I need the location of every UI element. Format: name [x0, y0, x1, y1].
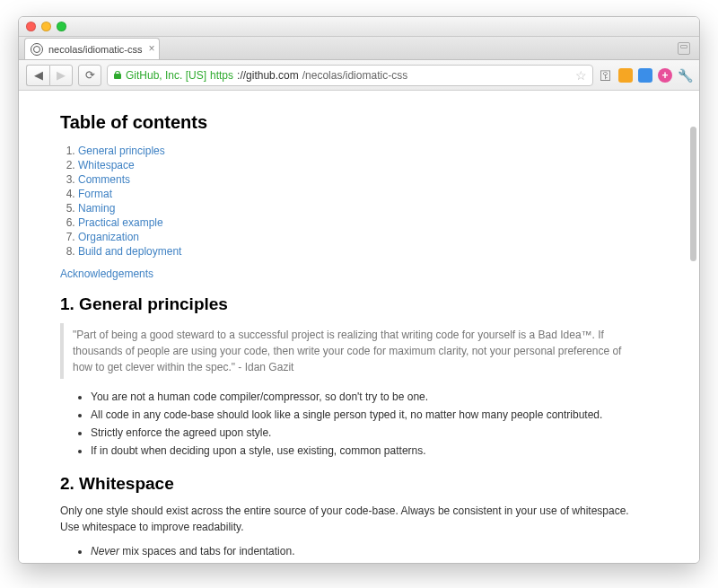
url-host: ://github.com	[237, 69, 299, 82]
url-path: /necolas/idiomatic-css	[302, 69, 407, 82]
toc-link-practical-example[interactable]: Practical example	[78, 216, 163, 229]
toc-item: Naming	[78, 201, 651, 215]
url-bar[interactable]: GitHub, Inc. [US] https://github.com/nec…	[107, 65, 593, 86]
zoom-window-button[interactable]	[57, 22, 66, 31]
toc-item: Build and deployment	[78, 244, 651, 259]
reload-button[interactable]: ⟳	[78, 65, 101, 86]
toc-link-general-principles[interactable]: General principles	[78, 145, 165, 157]
extension-icons: ⚿ 🔧	[599, 68, 692, 83]
list-item: Strictly enforce the agreed upon style.	[91, 424, 651, 442]
ext-blue-icon[interactable]	[638, 68, 652, 83]
section-2-heading: 2. Whitespace	[60, 474, 651, 494]
toc-item: Practical example	[78, 215, 651, 230]
toolbar: ◀ ▶ ⟳ GitHub, Inc. [US] https://github.c…	[19, 60, 699, 91]
settings-wrench-icon[interactable]: 🔧	[678, 68, 692, 83]
list-item-text: mix spaces and tabs for indentation.	[119, 545, 294, 557]
page-viewport: Table of contents General principles Whi…	[19, 91, 699, 563]
key-icon[interactable]: ⚿	[599, 68, 613, 83]
toc-link-build-and-deployment[interactable]: Build and deployment	[78, 245, 181, 258]
url-org: GitHub, Inc. [US]	[126, 69, 206, 82]
toc-item: Organization	[78, 230, 651, 244]
section-1-quote: "Part of being a good steward to a succe…	[60, 323, 651, 379]
toc-item: General principles	[78, 144, 651, 158]
url-proto: https	[210, 69, 233, 82]
acknowledgements-link[interactable]: Acknowledgements	[60, 268, 153, 280]
ext-add-icon[interactable]	[658, 68, 672, 83]
close-window-button[interactable]	[26, 22, 36, 31]
browser-tab[interactable]: necolas/idiomatic-css ×	[24, 38, 160, 59]
list-item: Choose between soft indents (spaces) or …	[91, 560, 651, 563]
tab-strip: necolas/idiomatic-css ×	[19, 37, 699, 60]
toc-heading: Table of contents	[60, 112, 651, 133]
section-1-bullets: You are not a human code compiler/compre…	[60, 388, 651, 460]
bookmark-star-icon[interactable]: ☆	[575, 68, 587, 83]
tab-favicon-icon	[31, 43, 43, 56]
lock-icon	[113, 71, 122, 80]
minimize-window-button[interactable]	[41, 22, 51, 31]
scrollbar-thumb[interactable]	[690, 127, 696, 261]
ext-orange-icon[interactable]	[618, 68, 633, 83]
back-button[interactable]: ◀	[26, 65, 49, 86]
forward-button[interactable]: ▶	[49, 65, 73, 86]
list-item: All code in any code-base should look li…	[91, 406, 651, 424]
toc-item: Comments	[78, 172, 651, 187]
section-2-bullets: Never mix spaces and tabs for indentatio…	[60, 542, 651, 563]
tab-title: necolas/idiomatic-css	[48, 44, 143, 55]
toc-item: Format	[78, 187, 651, 201]
toc-link-whitespace[interactable]: Whitespace	[78, 159, 135, 171]
toc-link-organization[interactable]: Organization	[78, 231, 139, 243]
emphasis: Never	[91, 545, 119, 557]
tab-close-icon[interactable]: ×	[149, 42, 155, 55]
browser-window: necolas/idiomatic-css × ◀ ▶ ⟳ GitHub, In…	[18, 16, 700, 564]
acknowledgements: Acknowledgements	[60, 268, 651, 280]
toc: General principles Whitespace Comments F…	[60, 144, 651, 259]
section-2-para: Only one style should exist across the e…	[60, 503, 651, 535]
toc-link-naming[interactable]: Naming	[78, 202, 115, 215]
toc-link-comments[interactable]: Comments	[78, 173, 130, 186]
list-item: Never mix spaces and tabs for indentatio…	[91, 542, 651, 560]
maximize-icon[interactable]	[678, 42, 690, 55]
toc-link-format[interactable]: Format	[78, 188, 112, 200]
toc-list: General principles Whitespace Comments F…	[60, 144, 651, 259]
list-item: If in doubt when deciding upon a style, …	[91, 442, 651, 460]
section-1-heading: 1. General principles	[60, 294, 651, 314]
titlebar	[19, 17, 699, 37]
page-content: Table of contents General principles Whi…	[19, 91, 687, 563]
toc-item: Whitespace	[78, 158, 651, 172]
window-controls	[26, 22, 66, 31]
list-item: You are not a human code compiler/compre…	[91, 388, 651, 406]
nav-buttons: ◀ ▶	[26, 65, 73, 86]
